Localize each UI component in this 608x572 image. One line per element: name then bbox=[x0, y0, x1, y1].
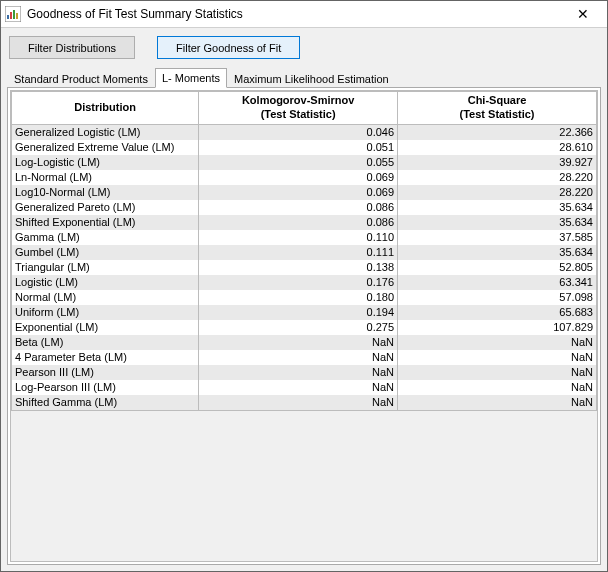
cell-ks: 0.051 bbox=[199, 140, 398, 155]
table-row[interactable]: Pearson III (LM)NaNNaN bbox=[12, 365, 597, 380]
cell-ks: 0.180 bbox=[199, 290, 398, 305]
cell-chi-square: NaN bbox=[398, 365, 597, 380]
cell-ks: NaN bbox=[199, 380, 398, 395]
cell-ks: 0.138 bbox=[199, 260, 398, 275]
cell-chi-square: NaN bbox=[398, 380, 597, 395]
cell-chi-square: 28.610 bbox=[398, 140, 597, 155]
cell-distribution: Generalized Pareto (LM) bbox=[12, 200, 199, 215]
cell-distribution: Log10-Normal (LM) bbox=[12, 185, 199, 200]
tab-content: Distribution Kolmogorov-Smirnov (Test St… bbox=[7, 87, 601, 565]
tab-standard-product-moments[interactable]: Standard Product Moments bbox=[7, 69, 155, 88]
svg-rect-4 bbox=[16, 13, 18, 19]
cell-ks: 0.110 bbox=[199, 230, 398, 245]
cell-ks: 0.055 bbox=[199, 155, 398, 170]
cell-chi-square: 37.585 bbox=[398, 230, 597, 245]
cell-distribution: Shifted Exponential (LM) bbox=[12, 215, 199, 230]
table-row[interactable]: Generalized Logistic (LM)0.04622.366 bbox=[12, 124, 597, 140]
cell-ks: NaN bbox=[199, 335, 398, 350]
cell-distribution: Log-Pearson III (LM) bbox=[12, 380, 199, 395]
app-icon bbox=[5, 6, 21, 22]
col-header-cs-line2: (Test Statistic) bbox=[460, 108, 535, 120]
cell-chi-square: 35.634 bbox=[398, 215, 597, 230]
filter-distributions-button[interactable]: Filter Distributions bbox=[9, 36, 135, 59]
tab-l-moments[interactable]: L- Moments bbox=[155, 68, 227, 88]
window-title: Goodness of Fit Test Summary Statistics bbox=[27, 7, 563, 21]
table-row[interactable]: Gumbel (LM)0.11135.634 bbox=[12, 245, 597, 260]
svg-rect-1 bbox=[7, 15, 9, 19]
table-row[interactable]: 4 Parameter Beta (LM)NaNNaN bbox=[12, 350, 597, 365]
cell-ks: 0.275 bbox=[199, 320, 398, 335]
close-icon: ✕ bbox=[577, 6, 589, 22]
cell-chi-square: 39.927 bbox=[398, 155, 597, 170]
cell-ks: 0.111 bbox=[199, 245, 398, 260]
table-wrap[interactable]: Distribution Kolmogorov-Smirnov (Test St… bbox=[10, 90, 598, 562]
table-row[interactable]: Log-Logistic (LM)0.05539.927 bbox=[12, 155, 597, 170]
cell-distribution: Gamma (LM) bbox=[12, 230, 199, 245]
cell-distribution: Shifted Gamma (LM) bbox=[12, 395, 199, 411]
cell-distribution: Gumbel (LM) bbox=[12, 245, 199, 260]
table-row[interactable]: Uniform (LM)0.19465.683 bbox=[12, 305, 597, 320]
tab-mle[interactable]: Maximum Likelihood Estimation bbox=[227, 69, 396, 88]
stats-table: Distribution Kolmogorov-Smirnov (Test St… bbox=[11, 91, 597, 411]
col-header-ks[interactable]: Kolmogorov-Smirnov (Test Statistic) bbox=[199, 92, 398, 125]
cell-chi-square: 28.220 bbox=[398, 185, 597, 200]
table-row[interactable]: Generalized Extreme Value (LM)0.05128.61… bbox=[12, 140, 597, 155]
svg-rect-2 bbox=[10, 12, 12, 19]
svg-rect-3 bbox=[13, 10, 15, 19]
cell-ks: 0.086 bbox=[199, 215, 398, 230]
cell-chi-square: NaN bbox=[398, 350, 597, 365]
cell-distribution: Beta (LM) bbox=[12, 335, 199, 350]
table-row[interactable]: Logistic (LM)0.17663.341 bbox=[12, 275, 597, 290]
tabstrip: Standard Product Moments L- Moments Maxi… bbox=[1, 67, 607, 87]
cell-distribution: Ln-Normal (LM) bbox=[12, 170, 199, 185]
close-button[interactable]: ✕ bbox=[563, 2, 603, 26]
col-header-ks-line2: (Test Statistic) bbox=[261, 108, 336, 120]
table-row[interactable]: Ln-Normal (LM)0.06928.220 bbox=[12, 170, 597, 185]
table-row[interactable]: Log-Pearson III (LM)NaNNaN bbox=[12, 380, 597, 395]
cell-distribution: Triangular (LM) bbox=[12, 260, 199, 275]
cell-ks: 0.194 bbox=[199, 305, 398, 320]
cell-distribution: Pearson III (LM) bbox=[12, 365, 199, 380]
cell-ks: NaN bbox=[199, 395, 398, 411]
cell-ks: 0.069 bbox=[199, 185, 398, 200]
table-row[interactable]: Generalized Pareto (LM)0.08635.634 bbox=[12, 200, 597, 215]
table-row[interactable]: Triangular (LM)0.13852.805 bbox=[12, 260, 597, 275]
col-header-distribution-label: Distribution bbox=[74, 101, 136, 113]
cell-chi-square: 28.220 bbox=[398, 170, 597, 185]
cell-ks: NaN bbox=[199, 350, 398, 365]
cell-distribution: Normal (LM) bbox=[12, 290, 199, 305]
cell-distribution: Logistic (LM) bbox=[12, 275, 199, 290]
cell-chi-square: NaN bbox=[398, 395, 597, 411]
cell-ks: 0.069 bbox=[199, 170, 398, 185]
col-header-ks-line1: Kolmogorov-Smirnov bbox=[242, 94, 354, 106]
cell-ks: NaN bbox=[199, 365, 398, 380]
col-header-distribution[interactable]: Distribution bbox=[12, 92, 199, 125]
cell-chi-square: 35.634 bbox=[398, 245, 597, 260]
cell-chi-square: 65.683 bbox=[398, 305, 597, 320]
table-body: Generalized Logistic (LM)0.04622.366Gene… bbox=[12, 124, 597, 410]
cell-chi-square: 107.829 bbox=[398, 320, 597, 335]
cell-distribution: Log-Logistic (LM) bbox=[12, 155, 199, 170]
table-row[interactable]: Gamma (LM)0.11037.585 bbox=[12, 230, 597, 245]
cell-distribution: Exponential (LM) bbox=[12, 320, 199, 335]
table-row[interactable]: Log10-Normal (LM)0.06928.220 bbox=[12, 185, 597, 200]
cell-distribution: Uniform (LM) bbox=[12, 305, 199, 320]
cell-distribution: Generalized Extreme Value (LM) bbox=[12, 140, 199, 155]
cell-chi-square: 22.366 bbox=[398, 124, 597, 140]
cell-distribution: 4 Parameter Beta (LM) bbox=[12, 350, 199, 365]
table-row[interactable]: Beta (LM)NaNNaN bbox=[12, 335, 597, 350]
cell-distribution: Generalized Logistic (LM) bbox=[12, 124, 199, 140]
table-row[interactable]: Normal (LM)0.18057.098 bbox=[12, 290, 597, 305]
cell-chi-square: NaN bbox=[398, 335, 597, 350]
table-row[interactable]: Shifted Exponential (LM)0.08635.634 bbox=[12, 215, 597, 230]
col-header-cs-line1: Chi-Square bbox=[468, 94, 527, 106]
cell-chi-square: 57.098 bbox=[398, 290, 597, 305]
cell-ks: 0.086 bbox=[199, 200, 398, 215]
filter-goodness-button[interactable]: Filter Goodness of Fit bbox=[157, 36, 300, 59]
table-row[interactable]: Exponential (LM)0.275107.829 bbox=[12, 320, 597, 335]
table-row[interactable]: Shifted Gamma (LM)NaNNaN bbox=[12, 395, 597, 411]
window-frame: Goodness of Fit Test Summary Statistics … bbox=[0, 0, 608, 572]
toolbar: Filter Distributions Filter Goodness of … bbox=[1, 28, 607, 63]
col-header-chi-square[interactable]: Chi-Square (Test Statistic) bbox=[398, 92, 597, 125]
cell-chi-square: 52.805 bbox=[398, 260, 597, 275]
